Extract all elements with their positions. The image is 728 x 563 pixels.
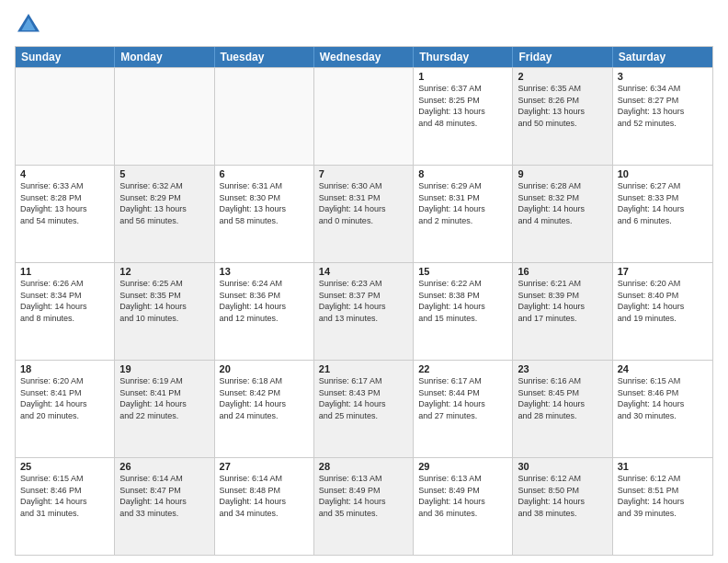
cell-info: Sunrise: 6:34 AM Sunset: 8:27 PM Dayligh…: [618, 83, 708, 129]
day-cell-12: 12Sunrise: 6:25 AM Sunset: 8:35 PM Dayli…: [115, 263, 214, 360]
calendar-row-1: 4Sunrise: 6:33 AM Sunset: 8:28 PM Daylig…: [16, 165, 712, 262]
cell-info: Sunrise: 6:17 AM Sunset: 8:43 PM Dayligh…: [319, 375, 408, 421]
cell-info: Sunrise: 6:15 AM Sunset: 8:46 PM Dayligh…: [20, 473, 109, 519]
day-number: 29: [418, 461, 507, 472]
day-cell-25: 25Sunrise: 6:15 AM Sunset: 8:46 PM Dayli…: [16, 458, 115, 555]
day-number: 3: [618, 71, 708, 82]
day-number: 11: [20, 266, 109, 277]
cell-info: Sunrise: 6:29 AM Sunset: 8:31 PM Dayligh…: [418, 180, 507, 226]
day-number: 18: [20, 363, 109, 374]
header: [15, 11, 713, 39]
day-number: 7: [319, 168, 408, 179]
day-number: 22: [418, 363, 507, 374]
day-number: 12: [119, 266, 209, 277]
day-cell-27: 27Sunrise: 6:14 AM Sunset: 8:48 PM Dayli…: [215, 458, 314, 555]
day-number: 9: [518, 168, 607, 179]
cell-info: Sunrise: 6:24 AM Sunset: 8:36 PM Dayligh…: [220, 278, 309, 324]
calendar-body: 1Sunrise: 6:37 AM Sunset: 8:25 PM Daylig…: [16, 67, 712, 555]
cell-info: Sunrise: 6:25 AM Sunset: 8:35 PM Dayligh…: [119, 278, 209, 324]
day-cell-31: 31Sunrise: 6:12 AM Sunset: 8:51 PM Dayli…: [613, 458, 712, 555]
cell-info: Sunrise: 6:21 AM Sunset: 8:39 PM Dayligh…: [518, 278, 607, 324]
day-cell-14: 14Sunrise: 6:23 AM Sunset: 8:37 PM Dayli…: [314, 263, 414, 360]
calendar-row-0: 1Sunrise: 6:37 AM Sunset: 8:25 PM Daylig…: [16, 67, 712, 165]
day-number: 8: [418, 168, 507, 179]
day-cell-8: 8Sunrise: 6:29 AM Sunset: 8:31 PM Daylig…: [414, 166, 513, 262]
logo: [15, 11, 46, 39]
cell-info: Sunrise: 6:19 AM Sunset: 8:41 PM Dayligh…: [119, 375, 209, 421]
cell-info: Sunrise: 6:12 AM Sunset: 8:50 PM Dayligh…: [518, 473, 607, 519]
header-day-thursday: Thursday: [414, 47, 513, 67]
header-day-monday: Monday: [115, 47, 214, 67]
cell-info: Sunrise: 6:17 AM Sunset: 8:44 PM Dayligh…: [418, 375, 507, 421]
day-cell-1: 1Sunrise: 6:37 AM Sunset: 8:25 PM Daylig…: [414, 68, 513, 165]
day-cell-7: 7Sunrise: 6:30 AM Sunset: 8:31 PM Daylig…: [314, 166, 414, 262]
day-cell-17: 17Sunrise: 6:20 AM Sunset: 8:40 PM Dayli…: [613, 263, 712, 360]
day-cell-3: 3Sunrise: 6:34 AM Sunset: 8:27 PM Daylig…: [613, 68, 712, 165]
day-cell-28: 28Sunrise: 6:13 AM Sunset: 8:49 PM Dayli…: [314, 458, 414, 555]
day-number: 31: [618, 461, 708, 472]
calendar-row-4: 25Sunrise: 6:15 AM Sunset: 8:46 PM Dayli…: [16, 457, 712, 555]
day-number: 13: [220, 266, 309, 277]
cell-info: Sunrise: 6:15 AM Sunset: 8:46 PM Dayligh…: [618, 375, 708, 421]
cell-info: Sunrise: 6:32 AM Sunset: 8:29 PM Dayligh…: [119, 180, 209, 226]
cell-info: Sunrise: 6:18 AM Sunset: 8:42 PM Dayligh…: [220, 375, 309, 421]
cell-info: Sunrise: 6:16 AM Sunset: 8:45 PM Dayligh…: [518, 375, 607, 421]
day-cell-9: 9Sunrise: 6:28 AM Sunset: 8:32 PM Daylig…: [513, 166, 612, 262]
day-cell-30: 30Sunrise: 6:12 AM Sunset: 8:50 PM Dayli…: [513, 458, 612, 555]
day-cell-6: 6Sunrise: 6:31 AM Sunset: 8:30 PM Daylig…: [215, 166, 314, 262]
cell-info: Sunrise: 6:26 AM Sunset: 8:34 PM Dayligh…: [20, 278, 109, 324]
day-number: 2: [518, 71, 607, 82]
day-number: 19: [119, 363, 209, 374]
cell-info: Sunrise: 6:13 AM Sunset: 8:49 PM Dayligh…: [418, 473, 507, 519]
cell-info: Sunrise: 6:14 AM Sunset: 8:48 PM Dayligh…: [220, 473, 309, 519]
day-number: 1: [418, 71, 507, 82]
day-cell-16: 16Sunrise: 6:21 AM Sunset: 8:39 PM Dayli…: [513, 263, 612, 360]
day-number: 17: [618, 266, 708, 277]
cell-info: Sunrise: 6:28 AM Sunset: 8:32 PM Dayligh…: [518, 180, 607, 226]
day-cell-29: 29Sunrise: 6:13 AM Sunset: 8:49 PM Dayli…: [414, 458, 513, 555]
empty-cell: [314, 68, 414, 165]
empty-cell: [115, 68, 214, 165]
cell-info: Sunrise: 6:37 AM Sunset: 8:25 PM Dayligh…: [418, 83, 507, 129]
cell-info: Sunrise: 6:30 AM Sunset: 8:31 PM Dayligh…: [319, 180, 408, 226]
header-day-sunday: Sunday: [16, 47, 115, 67]
day-cell-11: 11Sunrise: 6:26 AM Sunset: 8:34 PM Dayli…: [16, 263, 115, 360]
logo-icon: [15, 11, 42, 39]
cell-info: Sunrise: 6:23 AM Sunset: 8:37 PM Dayligh…: [319, 278, 408, 324]
day-number: 24: [618, 363, 708, 374]
empty-cell: [215, 68, 314, 165]
day-number: 20: [220, 363, 309, 374]
day-number: 15: [418, 266, 507, 277]
day-number: 27: [220, 461, 309, 472]
day-number: 28: [319, 461, 408, 472]
empty-cell: [16, 68, 115, 165]
header-day-tuesday: Tuesday: [215, 47, 314, 67]
day-number: 4: [20, 168, 109, 179]
day-cell-15: 15Sunrise: 6:22 AM Sunset: 8:38 PM Dayli…: [414, 263, 513, 360]
day-number: 25: [20, 461, 109, 472]
day-cell-19: 19Sunrise: 6:19 AM Sunset: 8:41 PM Dayli…: [115, 361, 214, 457]
cell-info: Sunrise: 6:20 AM Sunset: 8:40 PM Dayligh…: [618, 278, 708, 324]
day-number: 10: [618, 168, 708, 179]
day-number: 14: [319, 266, 408, 277]
calendar-row-2: 11Sunrise: 6:26 AM Sunset: 8:34 PM Dayli…: [16, 262, 712, 360]
day-number: 23: [518, 363, 607, 374]
day-number: 5: [119, 168, 209, 179]
day-cell-5: 5Sunrise: 6:32 AM Sunset: 8:29 PM Daylig…: [115, 166, 214, 262]
day-cell-2: 2Sunrise: 6:35 AM Sunset: 8:26 PM Daylig…: [513, 68, 612, 165]
day-number: 6: [220, 168, 309, 179]
calendar-header: SundayMondayTuesdayWednesdayThursdayFrid…: [16, 47, 712, 67]
cell-info: Sunrise: 6:27 AM Sunset: 8:33 PM Dayligh…: [618, 180, 708, 226]
header-day-friday: Friday: [513, 47, 612, 67]
day-cell-4: 4Sunrise: 6:33 AM Sunset: 8:28 PM Daylig…: [16, 166, 115, 262]
day-cell-26: 26Sunrise: 6:14 AM Sunset: 8:47 PM Dayli…: [115, 458, 214, 555]
header-day-wednesday: Wednesday: [314, 47, 414, 67]
cell-info: Sunrise: 6:14 AM Sunset: 8:47 PM Dayligh…: [119, 473, 209, 519]
header-day-saturday: Saturday: [613, 47, 712, 67]
cell-info: Sunrise: 6:35 AM Sunset: 8:26 PM Dayligh…: [518, 83, 607, 129]
cell-info: Sunrise: 6:22 AM Sunset: 8:38 PM Dayligh…: [418, 278, 507, 324]
day-cell-22: 22Sunrise: 6:17 AM Sunset: 8:44 PM Dayli…: [414, 361, 513, 457]
calendar: SundayMondayTuesdayWednesdayThursdayFrid…: [15, 46, 713, 556]
cell-info: Sunrise: 6:12 AM Sunset: 8:51 PM Dayligh…: [618, 473, 708, 519]
day-number: 16: [518, 266, 607, 277]
